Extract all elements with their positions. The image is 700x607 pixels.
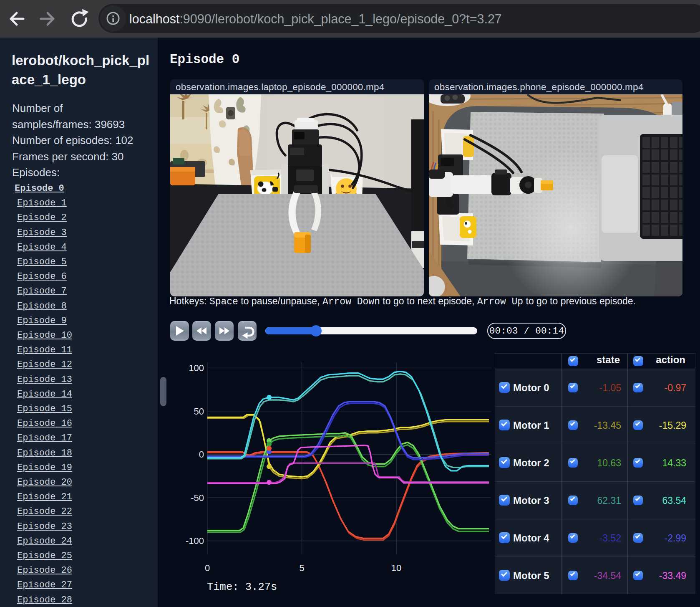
svg-text:100: 100 (189, 363, 204, 373)
svg-text:50: 50 (194, 406, 204, 417)
svg-text:-50: -50 (191, 493, 204, 503)
svg-text:5: 5 (299, 563, 304, 573)
svg-text:0: 0 (205, 563, 210, 573)
svg-text:-100: -100 (186, 536, 204, 546)
svg-text:0: 0 (199, 449, 204, 460)
svg-text:10: 10 (391, 563, 401, 573)
svg-text:Time: 3.27s: Time: 3.27s (207, 581, 277, 593)
